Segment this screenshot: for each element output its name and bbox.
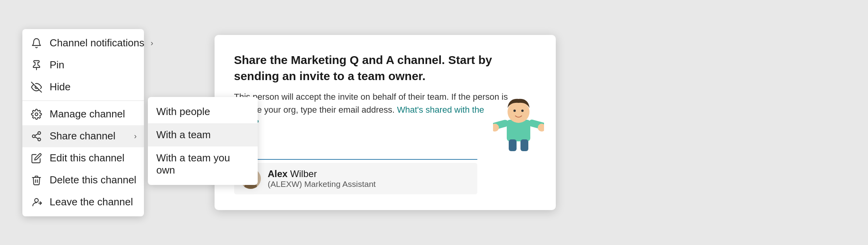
gear-icon xyxy=(29,107,44,121)
submenu-label-with-people: With people xyxy=(156,106,210,118)
svg-point-17 xyxy=(521,110,524,112)
menu-label-leave-channel: Leave the channel xyxy=(50,196,137,208)
svg-line-6 xyxy=(35,137,38,139)
svg-rect-23 xyxy=(520,139,528,151)
result-name: Alex Wilber xyxy=(268,168,376,179)
submenu-item-with-team-you-own[interactable]: With a team you own xyxy=(148,146,258,182)
menu-item-delete-channel[interactable]: Delete this channel xyxy=(22,169,144,191)
menu-item-channel-notifications[interactable]: Channel notifications › xyxy=(22,32,144,54)
submenu-item-with-team[interactable]: With a team xyxy=(148,123,258,146)
result-info: Alex Wilber (ALEXW) Marketing Assistant xyxy=(268,168,376,189)
hide-icon xyxy=(29,80,44,94)
dialog-title: Share the Marketing Q and A channel. Sta… xyxy=(234,52,501,84)
result-firstname: Alex xyxy=(268,168,288,179)
svg-point-8 xyxy=(35,198,38,202)
search-input-wrapper xyxy=(234,140,536,160)
menu-item-hide[interactable]: Hide xyxy=(22,76,144,98)
svg-rect-14 xyxy=(507,120,530,141)
menu-label-channel-notifications: Channel notifications xyxy=(50,37,144,49)
submenu: With people With a team With a team you … xyxy=(148,97,258,185)
result-role: Marketing Assistant xyxy=(304,179,376,188)
scene: Channel notifications › Pin Hide xyxy=(22,7,846,238)
result-handle: ALEXW xyxy=(271,179,300,188)
result-sub: (ALEXW) Marketing Assistant xyxy=(268,179,376,189)
bell-icon xyxy=(29,36,44,50)
chevron-right-share-icon: › xyxy=(134,132,137,141)
svg-point-16 xyxy=(513,110,516,112)
svg-point-2 xyxy=(35,113,38,115)
result-lastname: Wilber xyxy=(288,168,317,179)
menu-item-share-channel[interactable]: Share channel › xyxy=(22,125,144,147)
menu-label-manage-channel: Manage channel xyxy=(50,108,137,120)
submenu-label-with-team-you-own: With a team you own xyxy=(156,152,249,176)
svg-line-7 xyxy=(35,133,38,135)
menu-label-share-channel: Share channel xyxy=(50,130,128,142)
menu-item-pin[interactable]: Pin xyxy=(22,54,144,76)
menu-item-edit-channel[interactable]: Edit this channel xyxy=(22,147,144,169)
menu-label-edit-channel: Edit this channel xyxy=(50,152,137,164)
illustration xyxy=(493,90,544,155)
menu-item-manage-channel[interactable]: Manage channel xyxy=(22,103,144,125)
chevron-right-icon: › xyxy=(151,38,153,48)
trash-icon xyxy=(29,173,44,187)
leave-icon xyxy=(29,195,44,209)
pin-icon xyxy=(29,58,44,72)
menu-item-leave-channel[interactable]: Leave the channel xyxy=(22,191,144,213)
dialog-description: This person will accept the invite on be… xyxy=(234,90,509,129)
submenu-label-with-team: With a team xyxy=(156,129,211,141)
svg-rect-22 xyxy=(509,139,517,151)
dialog-panel: Share the Marketing Q and A channel. Sta… xyxy=(215,35,556,210)
submenu-item-with-people[interactable]: With people xyxy=(148,100,258,123)
edit-icon xyxy=(29,151,44,165)
result-item[interactable]: Alex Wilber (ALEXW) Marketing Assistant xyxy=(234,163,477,194)
share-icon xyxy=(29,129,44,143)
menu-label-delete-channel: Delete this channel xyxy=(50,174,137,186)
menu-label-pin: Pin xyxy=(50,59,137,71)
divider-1 xyxy=(22,101,144,101)
context-menu: Channel notifications › Pin Hide xyxy=(22,29,144,216)
menu-label-hide: Hide xyxy=(50,81,137,93)
search-input[interactable] xyxy=(234,140,477,160)
